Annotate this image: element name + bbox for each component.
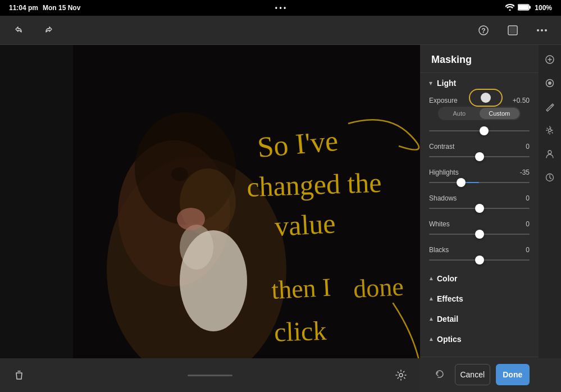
help-button[interactable]: ? xyxy=(473,20,494,40)
svg-point-29 xyxy=(549,129,551,132)
color-section-header[interactable]: ▸ Color xyxy=(420,268,539,289)
scroll-indicator xyxy=(188,375,232,376)
dog-svg xyxy=(73,45,420,392)
svg-text:?: ? xyxy=(481,27,485,35)
toolbar-left xyxy=(9,20,58,40)
cancel-button[interactable]: Cancel xyxy=(455,364,490,385)
top-toolbar: ? xyxy=(0,16,561,45)
exposure-label: Exposure xyxy=(429,97,458,104)
delete-button[interactable] xyxy=(9,365,29,385)
status-bar-center: • • • xyxy=(275,4,286,12)
undo-button[interactable] xyxy=(9,20,29,40)
wifi-icon xyxy=(505,4,514,12)
svg-rect-1 xyxy=(529,6,531,8)
effects-section-title: Effects xyxy=(437,294,530,303)
optics-chevron-icon: ▸ xyxy=(427,338,435,341)
exposure-custom-option[interactable]: Custom xyxy=(480,108,520,119)
exposure-value: +0.50 xyxy=(509,97,530,104)
photo-area: So I've changed the value then I click d… xyxy=(0,45,420,392)
blacks-value: 0 xyxy=(509,246,530,254)
status-bar-left: 11:04 pm Mon 15 Nov xyxy=(9,4,80,12)
whites-label: Whites xyxy=(429,220,450,228)
exposure-toggle[interactable]: Auto Custom xyxy=(438,107,521,120)
highlights-slider-row: Highlights -35 xyxy=(420,165,539,191)
svg-point-9 xyxy=(545,29,547,31)
contrast-label: Contrast xyxy=(429,143,454,151)
battery-icon xyxy=(518,4,531,12)
pen-icon[interactable] xyxy=(540,97,560,117)
exposure-slider-row: Exposure +0.50 Auto Custom xyxy=(420,93,539,139)
date: Mon 15 Nov xyxy=(43,4,80,12)
svg-point-28 xyxy=(548,81,551,85)
shadows-label: Shadows xyxy=(429,194,457,202)
contrast-slider-row: Contrast 0 xyxy=(420,139,539,165)
history-icon[interactable] xyxy=(540,167,560,188)
svg-point-7 xyxy=(537,29,539,31)
gear-icon[interactable] xyxy=(540,120,560,140)
highlights-label: Highlights xyxy=(429,168,459,176)
three-dots: • • • xyxy=(275,4,286,12)
bottom-strip xyxy=(0,358,420,392)
shadows-slider-row: Shadows 0 xyxy=(420,191,539,217)
effects-chevron-icon: ▸ xyxy=(427,297,435,300)
whites-slider-row: Whites 0 xyxy=(420,217,539,243)
panel-title: Masking xyxy=(431,54,472,65)
svg-rect-2 xyxy=(518,5,528,10)
person-mask-icon[interactable] xyxy=(540,144,560,164)
color-chevron-icon: ▸ xyxy=(427,277,435,280)
light-section-title: Light xyxy=(437,79,530,88)
optics-section-header[interactable]: ▸ Optics xyxy=(420,329,539,349)
light-section-header[interactable]: ▾ Light xyxy=(420,73,539,93)
done-button[interactable]: Done xyxy=(496,364,530,385)
optics-section-title: Optics xyxy=(437,335,530,344)
svg-point-25 xyxy=(399,373,403,377)
color-section-title: Color xyxy=(437,274,530,283)
effects-section-header[interactable]: ▸ Effects xyxy=(420,289,539,309)
svg-point-8 xyxy=(541,29,543,31)
mask-button[interactable] xyxy=(503,20,523,40)
dog-photo: So I've changed the value then I click d… xyxy=(73,45,420,392)
shadows-value: 0 xyxy=(509,194,530,202)
contrast-value: 0 xyxy=(509,143,530,151)
svg-point-18 xyxy=(171,167,188,181)
redo-button[interactable] xyxy=(38,20,58,40)
blacks-slider-row: Blacks 0 xyxy=(420,243,539,268)
time: 11:04 pm xyxy=(9,4,38,12)
battery-percent: 100% xyxy=(535,4,552,12)
light-chevron-icon: ▾ xyxy=(429,79,432,87)
settings-strip-button[interactable] xyxy=(391,365,411,385)
svg-point-17 xyxy=(177,208,205,230)
panel-header: Masking xyxy=(420,45,539,73)
panel-footer: Cancel Done xyxy=(420,357,539,392)
right-panel: Masking ▾ Light Exposure +0.50 Auto Cust… xyxy=(420,45,561,392)
svg-rect-6 xyxy=(509,27,516,34)
detail-section-title: Detail xyxy=(437,314,530,323)
status-bar: 11:04 pm Mon 15 Nov • • • 100% xyxy=(0,0,561,16)
undo-panel-button[interactable] xyxy=(429,364,449,385)
detail-chevron-icon: ▸ xyxy=(427,317,435,321)
blacks-label: Blacks xyxy=(429,246,449,254)
svg-point-30 xyxy=(548,151,551,154)
highlights-value: -35 xyxy=(509,168,530,176)
sliders-icon[interactable] xyxy=(540,49,560,70)
detail-section-header[interactable]: ▸ Detail xyxy=(420,309,539,329)
exposure-auto-option[interactable]: Auto xyxy=(439,108,480,119)
whites-value: 0 xyxy=(509,220,530,228)
status-bar-right: 100% xyxy=(505,4,552,12)
circle-adjust-icon[interactable] xyxy=(540,73,560,93)
more-button[interactable] xyxy=(532,20,552,40)
toolbar-right: ? xyxy=(473,20,552,40)
svg-point-16 xyxy=(180,225,213,270)
